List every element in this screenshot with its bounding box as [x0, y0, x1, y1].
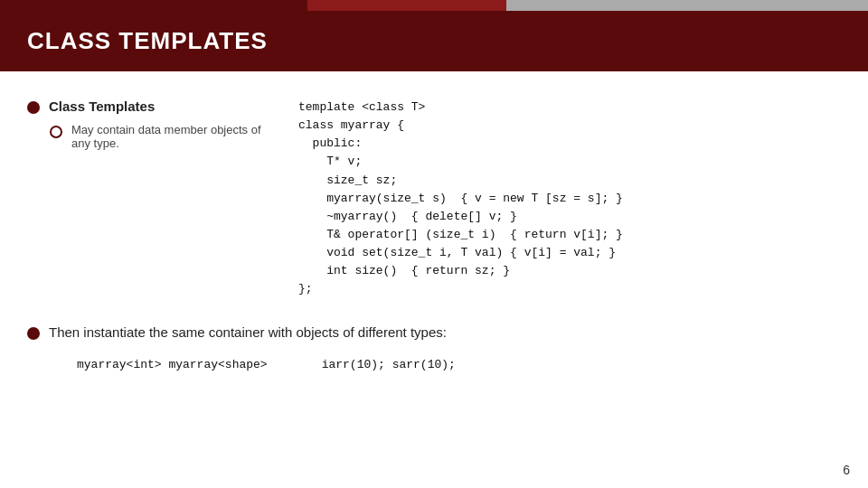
bar-dark-red [0, 0, 307, 11]
top-bars [0, 0, 868, 11]
bullet-circle-filled [27, 101, 40, 114]
main-bullet-item: Class Templates [27, 99, 280, 114]
bar-gray [506, 0, 868, 11]
bottom-section: Then instantiate the same container with… [0, 299, 868, 375]
sub-bullet-text: May contain data member objects of any t… [71, 123, 280, 150]
bullet-circle-outline [50, 126, 62, 138]
bar-red [307, 0, 506, 11]
page-title: CLASS TEMPLATES [27, 27, 841, 55]
code-block: template <class T> class myarray { publi… [298, 99, 841, 299]
bottom-bullet-circle [27, 327, 40, 340]
title-section: CLASS TEMPLATES [0, 11, 868, 71]
main-content: Class Templates May contain data member … [0, 99, 868, 299]
right-panel: template <class T> class myarray { publi… [298, 99, 841, 299]
page-number: 6 [843, 463, 850, 477]
code-col-right: iarr(10); sarr(10); [322, 354, 456, 375]
code-col-left: myarray<int> myarray<shape> [77, 354, 268, 375]
code-rows: myarray<int> myarray<shape> iarr(10); sa… [77, 354, 841, 375]
sub-bullet-item: May contain data member objects of any t… [50, 123, 280, 150]
bottom-bullet: Then instantiate the same container with… [27, 324, 841, 340]
main-bullet-text: Class Templates [49, 99, 155, 114]
bottom-bullet-text: Then instantiate the same container with… [49, 324, 447, 340]
left-panel: Class Templates May contain data member … [27, 99, 280, 299]
